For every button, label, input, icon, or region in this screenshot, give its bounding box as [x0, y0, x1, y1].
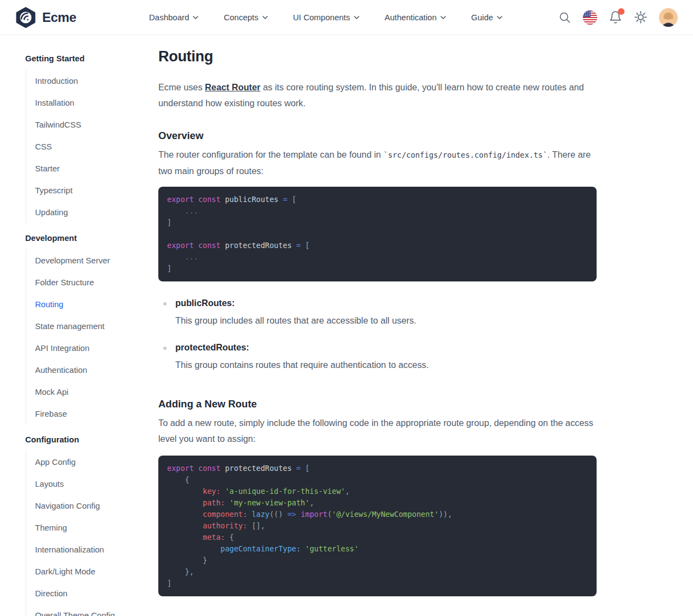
brand-logo[interactable]: Ecme: [15, 7, 85, 28]
content-area: Routing Ecme uses React Router as its co…: [158, 35, 597, 616]
sidebar-item-mock-api[interactable]: Mock Api: [35, 381, 158, 402]
chevron-down-icon: [193, 16, 198, 19]
sidebar-item-theming[interactable]: Theming: [35, 516, 158, 538]
header-actions: [558, 8, 678, 27]
code-block-new-route: export const protectedRoutes = [ { key: …: [158, 456, 597, 596]
top-navbar: Ecme Dashboard Concepts UI Components Au…: [0, 0, 693, 35]
chevron-down-icon: [497, 16, 502, 19]
intro-text-pre: Ecme uses: [158, 82, 205, 92]
sidebar-section-development: Development Development Server Folder St…: [25, 233, 158, 424]
sidebar-item-updating[interactable]: Updating: [35, 201, 158, 223]
route-groups-list: publicRoutes: This group includes all ro…: [158, 298, 597, 373]
sidebar-item-authentication[interactable]: Authentication: [35, 359, 158, 381]
sidebar-item-navigation-config[interactable]: Navigation Config: [35, 494, 158, 516]
page-title: Routing: [158, 48, 597, 65]
chevron-down-icon: [440, 16, 446, 19]
sidebar-item-tailwindcss[interactable]: TailwindCSS: [35, 113, 158, 135]
intro-paragraph: Ecme uses React Router as its core routi…: [158, 79, 597, 111]
sidebar-item-state-management[interactable]: State management: [35, 315, 158, 337]
sidebar-section-configuration: Configuration App Config Layouts Navigat…: [25, 435, 158, 616]
nav-label: Authentication: [385, 13, 437, 22]
bullet-icon: [163, 347, 167, 350]
sidebar-item-starter[interactable]: Starter: [35, 157, 158, 179]
settings-gear-icon[interactable]: [634, 10, 648, 24]
list-item-protected-routes: protectedRoutes: This group contains rou…: [158, 342, 597, 373]
inline-code-path: `src/configs/routes.config/index.ts`: [383, 151, 547, 159]
bullet-term: protectedRoutes:: [175, 342, 597, 353]
overview-heading: Overview: [158, 130, 597, 142]
nav-item-authentication[interactable]: Authentication: [385, 13, 446, 22]
notifications-bell-icon[interactable]: [609, 10, 622, 24]
nav-item-guide[interactable]: Guide: [471, 13, 502, 22]
sidebar-item-direction[interactable]: Direction: [35, 582, 158, 604]
chevron-down-icon: [354, 16, 359, 19]
brand-name: Ecme: [42, 10, 76, 25]
nav-label: Dashboard: [149, 13, 189, 22]
bullet-desc: This group includes all routes that are …: [175, 313, 597, 329]
main-nav: Dashboard Concepts UI Components Authent…: [149, 13, 502, 22]
nav-item-dashboard[interactable]: Dashboard: [149, 13, 198, 22]
sidebar-section-title: Configuration: [25, 435, 158, 444]
avatar-image: [659, 8, 678, 27]
docs-sidebar: Getting Started Introduction Installatio…: [0, 35, 158, 616]
chevron-down-icon: [262, 16, 268, 19]
sidebar-item-dark-light-mode[interactable]: Dark/Light Mode: [35, 560, 158, 582]
code-block-route-groups: export const publicRoutes = [ ...]export…: [158, 187, 597, 281]
language-flag-icon[interactable]: [583, 10, 597, 25]
sidebar-item-introduction[interactable]: Introduction: [35, 70, 158, 91]
sidebar-item-layouts[interactable]: Layouts: [35, 473, 158, 494]
list-item-public-routes: publicRoutes: This group includes all ro…: [158, 298, 597, 329]
react-router-link[interactable]: React Router: [205, 82, 260, 92]
nav-item-ui-components[interactable]: UI Components: [293, 13, 359, 22]
nav-item-concepts[interactable]: Concepts: [224, 13, 267, 22]
user-avatar[interactable]: [659, 8, 678, 27]
sidebar-item-internationalization[interactable]: Internationalization: [35, 538, 158, 560]
overview-paragraph: The router configuration for the templat…: [158, 147, 597, 179]
sidebar-section-getting-started: Getting Started Introduction Installatio…: [25, 54, 158, 223]
sidebar-section-title: Development: [25, 233, 158, 243]
sidebar-item-css[interactable]: CSS: [35, 135, 158, 157]
sidebar-item-app-config[interactable]: App Config: [35, 451, 158, 473]
notification-dot: [618, 8, 625, 15]
sidebar-item-overall-theme-config[interactable]: Overall Theme Config: [35, 604, 158, 616]
nav-label: Guide: [471, 13, 493, 22]
sidebar-item-installation[interactable]: Installation: [35, 91, 158, 113]
sidebar-section-items: Development Server Folder Structure Rout…: [26, 249, 158, 424]
sidebar-section-title: Getting Started: [25, 54, 158, 63]
overview-text-pre: The router configuration for the templat…: [158, 149, 383, 159]
bullet-desc: This group contains routes that require …: [175, 357, 597, 373]
sidebar-item-routing[interactable]: Routing: [35, 293, 158, 315]
sidebar-item-api-integration[interactable]: API Integration: [35, 337, 158, 359]
sidebar-item-folder-structure[interactable]: Folder Structure: [35, 271, 158, 293]
sidebar-item-typescript[interactable]: Typescript: [35, 179, 158, 201]
sidebar-section-items: Introduction Installation TailwindCSS CS…: [26, 70, 158, 223]
ecme-logo-icon: [15, 7, 36, 28]
sidebar-item-development-server[interactable]: Development Server: [35, 249, 158, 271]
bullet-term: publicRoutes:: [175, 298, 597, 308]
adding-route-paragraph: To add a new route, simply include the f…: [158, 415, 597, 447]
bullet-icon: [163, 302, 167, 306]
adding-route-heading: Adding a New Route: [158, 398, 597, 410]
nav-label: UI Components: [293, 13, 350, 22]
search-icon[interactable]: [558, 11, 571, 24]
sidebar-item-firebase[interactable]: Firebase: [35, 402, 158, 424]
nav-label: Concepts: [224, 13, 258, 22]
flag-canton: [583, 10, 591, 17]
sidebar-section-items: App Config Layouts Navigation Config The…: [26, 451, 158, 616]
